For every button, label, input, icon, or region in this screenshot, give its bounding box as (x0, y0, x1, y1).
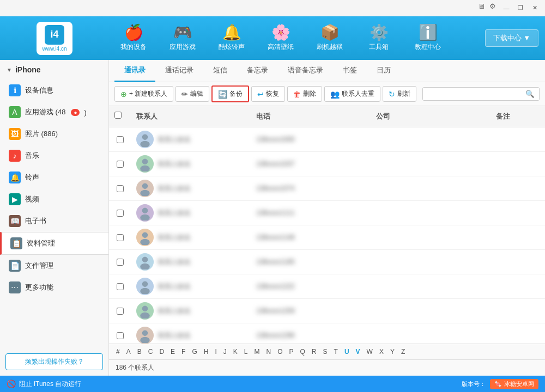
alphabet-letter[interactable]: B (136, 347, 143, 356)
tab-call-logs[interactable]: 通话记录 (155, 60, 203, 82)
restore-button[interactable]: ❐ (514, 2, 526, 14)
window-controls: 🖥 ⚙ — ❐ ✕ (478, 2, 541, 14)
dedup-button[interactable]: 👥 联系人去重 (324, 86, 380, 102)
alphabet-letter[interactable]: E (169, 347, 177, 356)
table-row[interactable]: 联系人姓名 138xxxx1296 (109, 323, 545, 344)
alphabet-letter[interactable]: G (190, 347, 198, 356)
row-checkbox[interactable] (117, 136, 124, 143)
alphabet-letter[interactable]: D (158, 347, 166, 356)
alphabet-letter[interactable]: Z (399, 347, 407, 356)
alphabet-letter[interactable]: # (114, 347, 122, 356)
sidebar-item-more-features[interactable]: ⋯ 更多功能 (0, 277, 108, 298)
nav-ringtones[interactable]: 🔔 酷炫铃声 (207, 16, 256, 60)
alphabet-letter[interactable]: N (264, 347, 272, 356)
iphone-header[interactable]: ▼ iPhone (0, 60, 108, 79)
sidebar-item-data-management[interactable]: 📋 资料管理 (0, 232, 108, 255)
nav-jailbreak[interactable]: 📦 刷机越狱 (305, 16, 354, 60)
search-button[interactable]: 🔍 (521, 88, 539, 100)
select-all-checkbox[interactable] (114, 112, 122, 119)
alphabet-letter[interactable]: I (213, 347, 218, 356)
contact-phone-cell: 138xxxx1074 (251, 181, 371, 195)
alphabet-letter[interactable]: K (232, 347, 239, 356)
table-row[interactable]: 联系人姓名 138xxxx1037 (109, 152, 545, 176)
alphabet-letter[interactable]: C (147, 347, 155, 356)
row-checkbox[interactable] (117, 259, 124, 266)
alphabet-letter[interactable]: F (180, 347, 187, 356)
table-row[interactable]: 联系人姓名 138xxxx1259 (109, 299, 545, 323)
alphabet-letter[interactable]: L (243, 347, 250, 356)
row-checkbox[interactable] (117, 283, 124, 290)
search-input[interactable] (423, 88, 521, 100)
alphabet-letter[interactable]: O (276, 347, 284, 356)
table-row[interactable]: 联系人姓名 138xxxx1000 (109, 127, 545, 152)
sidebar-item-ringtones[interactable]: 🔔 铃声 (0, 167, 108, 188)
alphabet-letter[interactable]: A (125, 347, 132, 356)
sidebar-item-ringtones-label: 铃声 (25, 173, 39, 182)
alphabet-letter[interactable]: R (310, 347, 318, 356)
svg-point-1 (140, 141, 150, 147)
nav-toolbox[interactable]: ⚙️ 工具箱 (354, 16, 403, 60)
row-checkbox[interactable] (117, 185, 124, 192)
contact-name: 联系人姓名 (158, 331, 191, 340)
row-checkbox[interactable] (117, 161, 124, 168)
svg-point-17 (140, 337, 150, 343)
row-checkbox[interactable] (117, 234, 124, 241)
alphabet-letter[interactable]: P (288, 347, 295, 356)
tab-contacts[interactable]: 通讯录 (114, 60, 155, 82)
restore-button[interactable]: ↩ 恢复 (251, 86, 285, 102)
row-checkbox[interactable] (117, 332, 124, 339)
sidebar-item-music[interactable]: ♪ 音乐 (0, 145, 108, 167)
table-row[interactable]: 联系人姓名 138xxxx1222 (109, 274, 545, 299)
alphabet-letter[interactable]: S (322, 347, 329, 356)
trouble-button[interactable]: 频繁出现操作失败？ (5, 353, 103, 370)
refresh-button[interactable]: ↻ 刷新 (383, 86, 416, 102)
nav-apps-games[interactable]: 🎮 应用游戏 (158, 16, 207, 60)
table-row[interactable]: 联系人姓名 138xxxx1111 (109, 201, 545, 225)
tab-bookmarks[interactable]: 书签 (333, 60, 367, 82)
sidebar-item-ebooks[interactable]: 📖 电子书 (0, 210, 108, 232)
row-checkbox[interactable] (117, 308, 124, 315)
alphabet-letter[interactable]: H (202, 347, 210, 356)
alphabet-letter[interactable]: V (354, 347, 362, 356)
alphabet-letter[interactable]: J (222, 347, 228, 356)
download-button[interactable]: 下载中心 ▼ (485, 29, 538, 47)
nav-tutorials[interactable]: ℹ️ 教程中心 (403, 16, 452, 60)
tab-sms[interactable]: 短信 (203, 60, 237, 82)
table-row[interactable]: 联系人姓名 138xxxx1185 (109, 250, 545, 274)
alphabet-letter[interactable]: U (343, 347, 351, 356)
tab-calendar[interactable]: 日历 (367, 60, 401, 82)
nav-tutorials-label: 教程中心 (415, 42, 441, 52)
alphabet-letter[interactable]: X (378, 347, 385, 356)
watermark-text: 冰糖安卓网 (504, 380, 534, 388)
tab-voice-notes[interactable]: 语音备忘录 (278, 60, 333, 82)
contact-phone: 138xxxx1037 (256, 160, 295, 168)
backup-button[interactable]: 🔄 备份 (211, 85, 249, 102)
tab-notes[interactable]: 备忘录 (237, 60, 278, 82)
sidebar-item-photos[interactable]: 🖼 照片 (886) (0, 123, 108, 145)
alphabet-letter[interactable]: W (365, 347, 374, 356)
tab-bar: 通讯录 通话记录 短信 备忘录 语音备忘录 书签 日历 (109, 60, 545, 82)
sidebar-item-videos[interactable]: ▶ 视频 (0, 188, 108, 210)
new-contact-button[interactable]: ⊕ + 新建联系人 (114, 86, 173, 102)
contact-phone: 138xxxx1296 (256, 332, 295, 339)
contact-name-cell: 联系人姓名 (131, 176, 251, 200)
close-button[interactable]: ✕ (529, 2, 541, 14)
alphabet-letter[interactable]: Q (299, 347, 307, 356)
alphabet-letter[interactable]: T (332, 347, 340, 356)
nav-wallpapers[interactable]: 🌸 高清壁纸 (256, 16, 305, 60)
col-company: 公司 (371, 109, 491, 124)
row-checkbox[interactable] (117, 210, 124, 217)
sidebar-item-apps[interactable]: A 应用游戏 (48●) (0, 101, 108, 123)
table-row[interactable]: 联系人姓名 138xxxx1148 (109, 225, 545, 250)
table-row[interactable]: 联系人姓名 138xxxx1074 (109, 176, 545, 201)
status-left: 🚫 阻止 iTunes 自动运行 (7, 379, 81, 389)
alphabet-letter[interactable]: M (252, 347, 261, 356)
alphabet-letter[interactable]: Y (389, 347, 396, 356)
nav-my-device[interactable]: 🍎 我的设备 (109, 16, 158, 60)
minimize-button[interactable]: — (500, 2, 512, 14)
sidebar-item-file-management[interactable]: 📄 文件管理 (0, 255, 108, 277)
delete-button[interactable]: 🗑 删除 (287, 86, 322, 102)
edit-button[interactable]: ✏ 编辑 (175, 86, 209, 102)
watermark-icon: 🍬 (494, 381, 502, 388)
sidebar-item-device-info[interactable]: ℹ 设备信息 (0, 79, 108, 101)
